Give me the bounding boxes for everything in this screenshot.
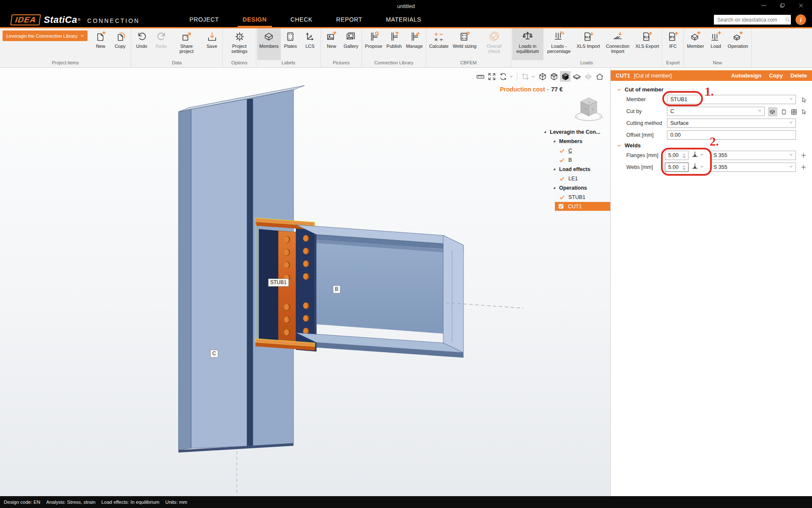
ribbon-button-loads-in-equilibrium[interactable]: Loads in equilibrium xyxy=(512,28,543,60)
ribbon-button-load[interactable]: Load xyxy=(706,28,726,60)
tree-item-b[interactable]: B xyxy=(540,155,610,165)
ribbon-button-project-settings[interactable]: Project settings xyxy=(224,28,255,60)
webs-add-button[interactable] xyxy=(799,163,808,171)
expander-icon[interactable] xyxy=(551,185,557,190)
cut-by-grid-icon[interactable] xyxy=(789,107,798,116)
ribbon-button-propose[interactable]: Propose xyxy=(363,28,384,60)
copy-operation-button[interactable]: Copy xyxy=(769,72,783,79)
ribbon-button-publish[interactable]: Publish xyxy=(384,28,404,60)
ribbon-button-gallery[interactable]: Gallery xyxy=(341,28,361,60)
tree-group-operations[interactable]: Operations xyxy=(540,183,610,193)
delete-operation-button[interactable]: Delete xyxy=(790,72,807,79)
ribbon-button-ifc[interactable]: IFCIFC xyxy=(663,28,683,60)
ribbon-button-weld-sizing[interactable]: +−×÷Weld sizing xyxy=(451,28,479,60)
ribbon-button-calculate[interactable]: +−×÷Calculate xyxy=(427,28,451,60)
ribbon-group-pictures: NewGalleryPictures xyxy=(321,28,362,67)
ribbon-button-undo[interactable]: Undo xyxy=(132,28,151,60)
project-tree: Leveragin the Con...MembersCBLoad effect… xyxy=(540,127,610,211)
ribbon-button-label: Loads in equilibrium xyxy=(514,44,541,54)
welds-section[interactable]: Welds xyxy=(617,142,641,149)
ribbon-button-label: Propose xyxy=(365,44,382,49)
expander-icon[interactable] xyxy=(551,167,557,172)
tree-item-c[interactable]: C xyxy=(540,146,610,155)
ribbon-button-members[interactable]: Members xyxy=(257,28,281,60)
viewport-rotate-button[interactable] xyxy=(498,71,508,82)
ribbon-button-connection-import[interactable]: Connection Import xyxy=(602,28,634,60)
member-combo[interactable]: STUB1 xyxy=(667,95,796,104)
viewport-fit-button[interactable] xyxy=(486,71,497,82)
menu-tab-report[interactable]: REPORT xyxy=(331,13,368,27)
menu-tab-design[interactable]: DESIGN xyxy=(238,13,272,27)
close-button[interactable] xyxy=(792,0,810,12)
cut-by-plate-icon[interactable] xyxy=(779,107,788,116)
ribbon-button-xls-import[interactable]: XLSXLS Import xyxy=(575,28,602,60)
chevron-down-icon[interactable] xyxy=(509,74,514,79)
tree-item-le1[interactable]: LE1 xyxy=(540,174,610,183)
viewport-cube-solid-button[interactable] xyxy=(560,71,571,82)
ribbon-button-plates[interactable]: Plates xyxy=(281,28,300,60)
webs-size-spinner[interactable]: 5.00 xyxy=(665,163,689,172)
flanges-weld-type-dropdown[interactable] xyxy=(691,151,705,160)
ribbon-button-copy[interactable]: Copy xyxy=(110,28,130,60)
status-item: Load effects: In equilibrium xyxy=(102,500,159,505)
flanges-add-button[interactable] xyxy=(799,151,808,160)
connection-library-dropdown[interactable]: Leveragin the Connnection Library xyxy=(3,30,88,41)
member-pick-cursor[interactable] xyxy=(799,95,809,105)
cut-of-member-section[interactable]: Cut of member xyxy=(617,86,664,93)
checkbox-checked-icon[interactable] xyxy=(559,148,565,154)
spinner-arrows-icon[interactable] xyxy=(681,153,687,158)
cut-by-pick-cursor[interactable] xyxy=(799,107,809,116)
tree-item-cut1[interactable]: CUT1 xyxy=(555,202,610,211)
view-cube[interactable]: x y z xyxy=(570,92,607,126)
offset-input[interactable] xyxy=(667,130,796,140)
search-input[interactable] xyxy=(714,17,785,23)
cut-by-solid-icon[interactable] xyxy=(768,107,777,116)
viewport-home-button[interactable] xyxy=(594,71,605,82)
viewport-cube-section-button[interactable] xyxy=(571,71,582,82)
viewport-cube-wire-button[interactable] xyxy=(537,71,548,82)
tree-item-stub1[interactable]: STUB1 xyxy=(540,193,610,202)
tree-group-load-effects[interactable]: Load effects xyxy=(540,165,610,174)
ribbon-button-save[interactable]: Save xyxy=(202,28,222,60)
ribbon-button-operation[interactable]: Operation xyxy=(726,28,750,60)
doc-copy-icon xyxy=(115,30,126,43)
expander-icon[interactable] xyxy=(551,139,557,144)
ribbon-button-manage[interactable]: Manage xyxy=(404,28,425,60)
tree-root[interactable]: Leveragin the Con... xyxy=(540,127,610,137)
ribbon-button-share-project[interactable]: Share project xyxy=(171,28,202,60)
webs-weld-type-dropdown[interactable] xyxy=(691,163,705,172)
maximize-button[interactable] xyxy=(773,0,792,12)
autodesign-button[interactable]: Autodesign xyxy=(731,72,762,79)
ribbon-button-loads-percentage[interactable]: %Loads - percentage xyxy=(543,28,575,60)
menu-tab-project[interactable]: PROJECT xyxy=(184,13,224,27)
expander-icon[interactable] xyxy=(542,130,548,135)
ribbon-button-xls-export[interactable]: XLSXLS Export xyxy=(634,28,661,60)
info-button[interactable]: i xyxy=(796,14,806,25)
search-icon[interactable] xyxy=(785,17,791,23)
app-logo: IDEA StatiCa ® CONNECTION xyxy=(11,13,140,27)
menu-tab-check[interactable]: CHECK xyxy=(285,13,318,27)
checkbox-checked-icon[interactable] xyxy=(559,195,565,200)
ribbon-button-new[interactable]: New xyxy=(91,28,110,60)
viewport-crop-button xyxy=(520,71,530,82)
ribbon-button-new[interactable]: New xyxy=(322,28,341,60)
menu-tab-materials[interactable]: MATERIALS xyxy=(381,13,427,27)
cut-by-combo[interactable]: C xyxy=(667,107,765,116)
flanges-size-spinner[interactable]: 5.00 xyxy=(665,151,689,160)
checkbox-checked-icon[interactable] xyxy=(559,157,565,163)
viewport-ruler-button[interactable] xyxy=(475,71,486,82)
webs-material-combo[interactable]: S 355 xyxy=(710,163,796,172)
3d-viewport[interactable]: Production cost-77 € x y z Leveragin the… xyxy=(0,68,610,496)
plate-icon xyxy=(285,30,296,43)
tree-group-members[interactable]: Members xyxy=(540,137,610,146)
cutting-method-combo[interactable]: Surface xyxy=(667,119,796,128)
viewport-cube-half-button[interactable] xyxy=(549,71,559,82)
checkbox-checked-icon[interactable] xyxy=(559,176,565,182)
checkbox-checked-icon[interactable] xyxy=(558,204,565,209)
ribbon-button-member[interactable]: Member xyxy=(685,28,706,60)
minimize-button[interactable] xyxy=(754,0,773,12)
ribbon-group-caption: Connection Library xyxy=(363,60,425,67)
ribbon-button-lcs[interactable]: LCS xyxy=(300,28,320,60)
flanges-material-combo[interactable]: S 355 xyxy=(710,151,796,160)
spinner-arrows-icon[interactable] xyxy=(681,165,687,170)
